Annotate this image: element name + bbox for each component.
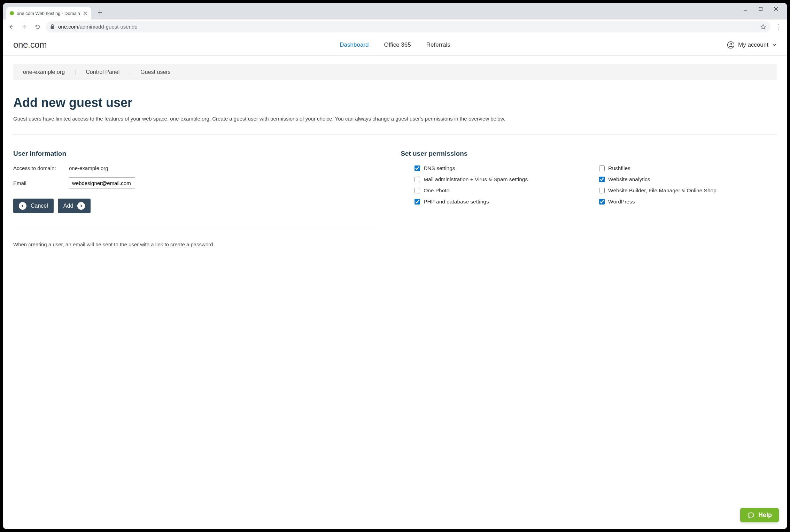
help-button[interactable]: Help (740, 508, 779, 522)
permissions-heading: Set user permissions (401, 150, 777, 157)
close-tab-icon[interactable] (83, 11, 88, 16)
page-description: Guest users have limited access to the f… (13, 116, 777, 122)
permission-item[interactable]: Mail administration + Virus & Spam setti… (415, 176, 592, 183)
top-nav: Dashboard Office 365 Referrals (340, 41, 450, 48)
cancel-button[interactable]: Cancel (13, 199, 54, 213)
field-email: Email (13, 177, 380, 189)
permission-label: DNS settings (424, 165, 455, 171)
breadcrumb-item-0[interactable]: one-example.org (23, 69, 65, 75)
back-button[interactable] (6, 22, 16, 32)
permissions-section: Set user permissions DNS settingsRushfil… (401, 150, 777, 247)
user-info-section: User information Access to domain: one-e… (13, 150, 380, 247)
page-content: one.com Dashboard Office 365 Referrals M… (3, 34, 787, 529)
permission-item[interactable]: DNS settings (415, 165, 592, 171)
user-info-heading: User information (13, 150, 380, 157)
add-button[interactable]: Add (58, 199, 91, 213)
browser-window: one.com Web hosting - Domain (3, 3, 787, 529)
breadcrumb-item-2[interactable]: Guest users (140, 69, 170, 75)
breadcrumb-item-1[interactable]: Control Panel (86, 69, 119, 75)
permission-label: WordPress (608, 199, 635, 205)
browser-menu-button[interactable]: ⋮ (774, 23, 784, 31)
reload-button[interactable] (33, 22, 42, 32)
add-label: Add (63, 203, 73, 209)
svg-point-3 (730, 43, 732, 45)
permission-checkbox[interactable] (599, 165, 605, 171)
permission-label: PHP and database settings (424, 199, 489, 205)
chat-icon (747, 512, 755, 519)
titlebar: one.com Web hosting - Domain (3, 3, 787, 20)
breadcrumb-sep: | (129, 69, 131, 75)
window-controls (743, 6, 787, 15)
form-grid: User information Access to domain: one-e… (13, 150, 777, 247)
user-icon (727, 41, 735, 49)
divider (13, 226, 380, 226)
permission-checkbox[interactable] (599, 188, 605, 193)
new-tab-button[interactable] (95, 7, 105, 18)
permission-item[interactable]: Website analytics (599, 176, 777, 183)
permission-checkbox[interactable] (599, 177, 605, 182)
favicon-icon (10, 11, 14, 15)
lock-icon (50, 24, 55, 29)
arrow-left-icon (19, 202, 26, 210)
permission-item[interactable]: One Photo (415, 187, 592, 194)
url-text: one.com/admin/add-guest-user.do (58, 24, 757, 30)
help-label: Help (758, 511, 772, 519)
footnote: When creating a user, an email will be s… (13, 241, 380, 247)
cancel-label: Cancel (31, 203, 48, 209)
domain-label: Access to domain: (13, 165, 69, 171)
permission-label: Website Builder, File Manager & Online S… (608, 187, 717, 194)
bookmark-star-icon[interactable] (760, 24, 766, 30)
page-title: Add new guest user (13, 95, 777, 110)
email-label: Email (13, 180, 69, 186)
permission-item[interactable]: Website Builder, File Manager & Online S… (599, 187, 777, 194)
logo-text-post: com (30, 39, 47, 50)
permission-checkbox[interactable] (415, 199, 420, 205)
account-label: My account (738, 41, 768, 48)
permission-item[interactable]: PHP and database settings (415, 199, 592, 205)
logo-text-pre: one (13, 39, 28, 50)
breadcrumb-sep: | (75, 69, 76, 75)
logo-dot-icon: . (28, 39, 30, 50)
email-input[interactable] (69, 177, 135, 189)
permission-label: Rushfiles (608, 165, 630, 171)
maximize-button[interactable] (759, 7, 766, 11)
nav-office365[interactable]: Office 365 (384, 41, 411, 48)
permission-label: One Photo (424, 187, 449, 194)
close-window-button[interactable] (774, 7, 781, 11)
svg-rect-1 (51, 26, 54, 29)
site-header: one.com Dashboard Office 365 Referrals M… (3, 34, 787, 56)
nav-dashboard[interactable]: Dashboard (340, 41, 369, 48)
divider (13, 134, 777, 134)
url-domain: one.com (58, 24, 78, 30)
button-row: Cancel Add (13, 199, 380, 213)
chevron-down-icon (772, 43, 777, 47)
svg-rect-0 (759, 7, 762, 10)
logo[interactable]: one.com (13, 39, 47, 50)
browser-tab[interactable]: one.com Web hosting - Domain (6, 7, 91, 20)
nav-referrals[interactable]: Referrals (426, 41, 450, 48)
permission-checkbox[interactable] (415, 188, 420, 193)
account-menu[interactable]: My account (727, 41, 777, 49)
tab-title: one.com Web hosting - Domain (17, 11, 80, 16)
domain-value: one-example.org (69, 165, 108, 171)
permission-item[interactable]: Rushfiles (599, 165, 777, 171)
permission-checkbox[interactable] (415, 177, 420, 182)
omnibox[interactable]: one.com/admin/add-guest-user.do (46, 21, 770, 32)
address-bar: one.com/admin/add-guest-user.do ⋮ (3, 20, 787, 34)
breadcrumb: one-example.org | Control Panel | Guest … (13, 64, 777, 80)
url-path: /admin/add-guest-user.do (78, 24, 138, 30)
forward-button[interactable] (20, 22, 29, 32)
permission-checkbox[interactable] (415, 165, 420, 171)
permission-item[interactable]: WordPress (599, 199, 777, 205)
permissions-grid: DNS settingsRushfilesMail administration… (401, 165, 777, 205)
arrow-right-icon (77, 202, 85, 210)
permission-label: Mail administration + Virus & Spam setti… (424, 176, 528, 183)
permission-checkbox[interactable] (599, 199, 605, 205)
minimize-button[interactable] (743, 7, 750, 11)
field-domain: Access to domain: one-example.org (13, 165, 380, 171)
permission-label: Website analytics (608, 176, 650, 183)
